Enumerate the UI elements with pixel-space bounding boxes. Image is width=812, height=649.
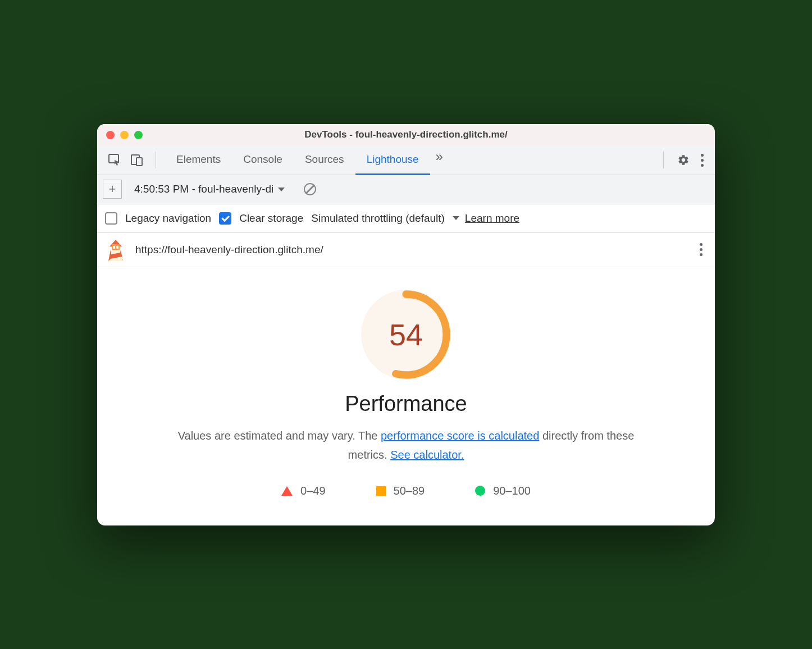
performance-description: Values are estimated and may vary. The p… [159, 426, 653, 464]
tab-sources[interactable]: Sources [294, 145, 355, 175]
report-url-bar: https://foul-heavenly-direction.glitch.m… [97, 233, 715, 267]
lighthouse-icon [106, 239, 125, 261]
report-menu-icon[interactable] [696, 240, 706, 259]
throttling-label: Simulated throttling (default) [311, 212, 445, 225]
gauge-title: Performance [120, 392, 692, 416]
legend-pass: 90–100 [475, 485, 531, 497]
clear-storage-label: Clear storage [239, 212, 303, 225]
traffic-lights [106, 131, 143, 139]
circle-pass-icon [475, 486, 485, 496]
report-select-label: 4:50:53 PM - foul-heavenly-di [134, 183, 273, 195]
titlebar: DevTools - foul-heavenly-direction.glitc… [97, 124, 715, 146]
more-tabs-icon[interactable]: » [430, 145, 449, 175]
divider [663, 152, 664, 168]
legacy-navigation-checkbox[interactable] [105, 212, 117, 225]
legend-range: 90–100 [493, 485, 531, 497]
device-toolbar-icon[interactable] [127, 150, 147, 170]
more-options-icon[interactable] [697, 150, 707, 170]
tab-console[interactable]: Console [232, 145, 294, 175]
tested-url: https://foul-heavenly-direction.glitch.m… [135, 244, 323, 256]
score-legend: 0–49 50–89 90–100 [120, 485, 692, 497]
maximize-window-button[interactable] [134, 131, 143, 139]
legacy-navigation-label: Legacy navigation [125, 212, 211, 225]
settings-gear-icon[interactable] [674, 150, 693, 170]
legend-range: 50–89 [394, 485, 425, 497]
lighthouse-report: 54 Performance Values are estimated and … [97, 267, 715, 525]
score-calculated-link[interactable]: performance score is calculated [381, 429, 539, 442]
close-window-button[interactable] [106, 131, 115, 139]
tab-elements[interactable]: Elements [165, 145, 232, 175]
main-toolbar: Elements Console Sources Lighthouse » [97, 146, 715, 175]
performance-gauge: 54 [361, 290, 451, 380]
new-report-button[interactable]: + [103, 180, 122, 199]
chevron-down-icon [278, 188, 285, 191]
svg-rect-2 [136, 158, 142, 166]
learn-more-link[interactable]: Learn more [465, 212, 519, 225]
lighthouse-subbar: + 4:50:53 PM - foul-heavenly-di [97, 175, 715, 204]
tab-lighthouse[interactable]: Lighthouse [355, 145, 430, 175]
clear-storage-checkbox[interactable] [219, 212, 231, 225]
svg-rect-5 [113, 246, 115, 249]
chevron-down-icon[interactable] [453, 216, 459, 220]
lighthouse-options-bar: Legacy navigation Clear storage Simulate… [97, 204, 715, 233]
clear-all-icon[interactable] [304, 183, 316, 195]
divider [156, 152, 156, 168]
report-select-dropdown[interactable]: 4:50:53 PM - foul-heavenly-di [130, 181, 289, 198]
triangle-fail-icon [281, 486, 293, 496]
panel-tabs: Elements Console Sources Lighthouse » [165, 145, 654, 175]
svg-rect-6 [116, 246, 118, 249]
legend-range: 0–49 [300, 485, 326, 497]
devtools-window: DevTools - foul-heavenly-direction.glitc… [97, 124, 715, 525]
performance-score: 54 [389, 317, 423, 352]
inspect-element-icon[interactable] [105, 150, 124, 170]
square-average-icon [376, 486, 386, 496]
window-title: DevTools - foul-heavenly-direction.glitc… [97, 129, 715, 140]
minimize-window-button[interactable] [120, 131, 129, 139]
desc-text: Values are estimated and may vary. The [178, 429, 381, 442]
see-calculator-link[interactable]: See calculator. [390, 449, 464, 461]
legend-average: 50–89 [376, 485, 425, 497]
legend-fail: 0–49 [281, 485, 326, 497]
